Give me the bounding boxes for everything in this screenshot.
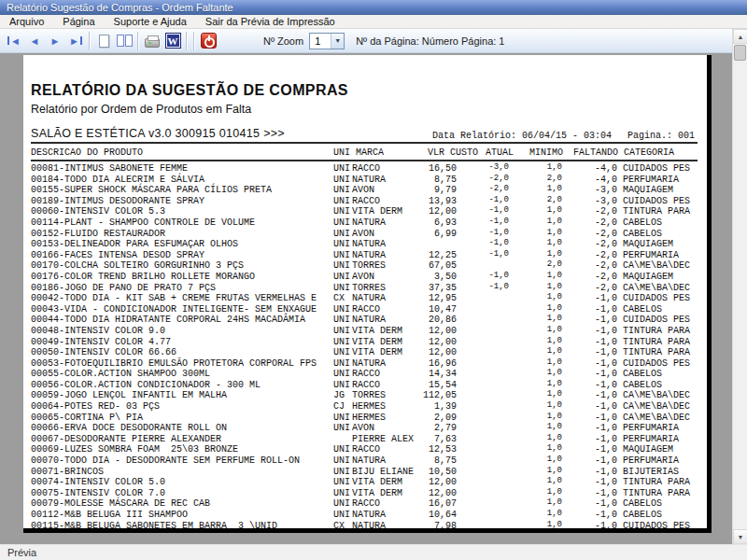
- zoom-label: Nº Zoom: [263, 35, 303, 47]
- table-row: 00053-FOTOEQUILIBRIO EMULSÃO PROTETORA C…: [31, 358, 705, 370]
- divider: [31, 142, 698, 144]
- toolbar-separator: [89, 32, 91, 50]
- menu-item-arquivo[interactable]: Arquivo: [0, 15, 53, 29]
- zoom-value: 1: [310, 35, 331, 47]
- table-row: 00074-INTENSIV COLOR 5.0UNIVITA DERM12,0…: [31, 477, 705, 488]
- table-row: 00044-TODO DIA HIDRATANTE CORPORAL 24HS …: [31, 315, 705, 326]
- table-row: 00056-COLOR.ACTION CONDICIONADOR - 300 M…: [31, 380, 705, 391]
- table-row: 00081-INTIMUS SABONETE FEMMEUNIRACCO16,5…: [31, 163, 705, 175]
- table-row: 00067-DESODORANTE PIERRE ALEXANDERPIERRE…: [31, 434, 705, 445]
- toolbar-separator: [186, 32, 188, 50]
- column-header-faltando: FALTANDO: [563, 147, 618, 158]
- report-page: RELATÓRIO DA SUGESTÃO DE COMPRAS Relatór…: [23, 55, 712, 533]
- column-header-uni-marca: UNI MARCA: [333, 147, 428, 158]
- table-row: 00043-VIDA - CONDICIONADOR INTELIGENTE- …: [31, 304, 705, 315]
- menu-item-suporte[interactable]: Suporte e Ajuda: [105, 15, 196, 29]
- column-header-vlr-custo: VLR CUSTO: [428, 147, 478, 158]
- status-bar: Prévia: [0, 544, 747, 560]
- column-header-descricao: DESCRICAO DO PRODUTO: [31, 147, 333, 158]
- single-page-icon: [99, 35, 109, 48]
- table-row: 00075-INTENSIV COLOR 7.0UNIVITA DERM12,0…: [31, 488, 705, 499]
- menu-item-sair-previa[interactable]: Sair da Prévia de Impressão: [196, 15, 345, 29]
- table-row: 00114-PLANT - SHAMPOO CONTROLE DE VOLUME…: [31, 217, 705, 229]
- table-row: 00186-JOGO DE PANO DE PRATO 7 PÇSUNITORR…: [31, 283, 705, 294]
- first-page-icon: ◄: [7, 35, 21, 47]
- toolbar-separator: [137, 32, 139, 50]
- table-row: 00049-INTENSIV COLOR 4.77UNIVITA DERM12,…: [31, 337, 705, 348]
- table-row: 00112-M&B BELUGA III SHAMPOOUNINATURA10,…: [31, 510, 705, 521]
- window-title: Relatório Sugestão de Compras - Ordem Fa…: [7, 2, 233, 13]
- first-page-button[interactable]: ◄: [4, 32, 24, 50]
- table-row: 00064-POTES RED- 03 PÇSCJHERMES1,391,0-1…: [31, 401, 705, 413]
- table-row: 00048-INTENSIV COLOR 9.0UNIVITA DERM12,0…: [31, 326, 705, 337]
- toolbar: ◄ ◄ ► ► W Nº Zoom 1 ▼: [0, 29, 732, 53]
- table-row: 00055-COLOR.ACTION SHAMPOO 300MLUNIRACCO…: [31, 369, 705, 380]
- status-text: Prévia: [7, 547, 36, 558]
- table-row: 00115-M&B BELUGA SABONETES EM BARRA 3 \U…: [31, 521, 705, 532]
- table-row: 00079-MOLESSE MÁSCARA DE REC CABUNIRACCO…: [31, 498, 705, 510]
- printer-icon: [145, 38, 160, 48]
- vertical-scrollbar[interactable]: ▲ ▼: [732, 29, 747, 544]
- table-row: 00166-FACES INTENSA DESOD SPRAYUNINATURA…: [31, 250, 705, 261]
- close-preview-icon: [201, 33, 217, 49]
- scroll-down-icon[interactable]: ▼: [733, 529, 747, 544]
- scrollbar-thumb[interactable]: [734, 45, 746, 61]
- table-row: 00050-INTENSIV COLOR 66.66UNIVITA DERM12…: [31, 347, 705, 358]
- table-row: 00152-FLUIDO RESTAURADORUNIAVON6,99-1,01…: [31, 229, 705, 240]
- export-word-button[interactable]: W: [162, 32, 183, 50]
- table-row: 00155-SUPER SHOCK MÁSCARA PARA CÍLIOS PR…: [31, 185, 705, 196]
- previous-page-button[interactable]: ◄: [24, 32, 45, 50]
- table-row: 00170-COLCHA SOLTEIRO GORGURINHO 3 PÇSUN…: [31, 260, 705, 272]
- divider: [31, 160, 698, 161]
- chevron-down-icon[interactable]: ▼: [331, 34, 344, 49]
- table-row: 00070-TODO DIA - DESODORANTE SEM PERFUME…: [31, 455, 705, 467]
- table-header-row: DESCRICAO DO PRODUTO UNI MARCA VLR CUSTO…: [31, 147, 705, 158]
- word-icon: W: [165, 33, 181, 49]
- report-date: Data Relatório: 06/04/15 - 03:04: [432, 131, 612, 141]
- title-bar: Relatório Sugestão de Compras - Ordem Fa…: [0, 0, 747, 15]
- menu-bar: Arquivo Página Suporte e Ajuda Sair da P…: [0, 15, 747, 29]
- table-row: 00059-JOGO LENÇOL INFANTIL EM MALHAJGTOR…: [31, 390, 705, 401]
- report-page-number: Pagina.: 001: [627, 131, 695, 141]
- two-page-view-button[interactable]: [114, 32, 134, 50]
- report-title: RELATÓRIO DA SUGESTÃO DE COMPRAS: [31, 82, 348, 99]
- report-subtitle: Relatório por Ordem de Produtos em Falta: [31, 103, 251, 116]
- column-header-atual: ATUAL: [478, 147, 514, 158]
- preview-area: RELATÓRIO DA SUGESTÃO DE COMPRAS Relatór…: [0, 53, 732, 544]
- last-page-button[interactable]: ►: [65, 32, 86, 50]
- table-row: 00189-INTIMUS DESODORANTE SPRAYUNIRACCO1…: [31, 196, 705, 207]
- table-row: 00153-DELINEADOR PARA ESFUMAÇAR OLHOSUNI…: [31, 239, 705, 250]
- last-page-icon: ►: [69, 35, 82, 47]
- table-row: 00066-ERVA DOCE DESODORANTE ROLL ONUNIAV…: [31, 423, 705, 434]
- next-page-button[interactable]: ►: [45, 32, 65, 50]
- single-page-view-button[interactable]: [93, 32, 114, 50]
- report-table-body: 00081-INTIMUS SABONETE FEMMEUNIRACCO16,5…: [31, 163, 705, 531]
- report-system-line: SALÃO E ESTÉTICA v3.0 300915 010415 >>>: [31, 127, 285, 140]
- table-row: 00060-INTENSIV COLOR 5.3UNIVITA DERM12,0…: [31, 206, 705, 217]
- table-row: 00069-LUZES SOMBRA FOAM 25\03 BRONZEUNIR…: [31, 444, 705, 455]
- page-info-label: Nº da Página: Número Página: 1: [356, 35, 504, 47]
- toolbar-separator: [193, 32, 195, 50]
- close-preview-button[interactable]: [198, 32, 218, 50]
- table-row: 00071-BRINCOSUNIBIJU ELIANE10,501,0-1,0B…: [31, 467, 705, 478]
- scroll-up-icon[interactable]: ▲: [733, 29, 747, 44]
- table-row: 00176-COLOR TREND BRILHO ROLLETE MORANGO…: [31, 272, 705, 283]
- table-row: 00042-TODO DIA - KIT SAB + CREME FRUTAS …: [31, 293, 705, 304]
- app-window: Relatório Sugestão de Compras - Ordem Fa…: [0, 0, 747, 560]
- report-date-line: Data Relatório: 06/04/15 - 03:04 Pagina.…: [432, 131, 695, 141]
- previous-page-icon: ◄: [30, 35, 40, 47]
- table-row: 00065-CORTINA P\ PIAUNIHERMES2,091,0-1,0…: [31, 413, 705, 424]
- column-header-minimo: MINIMO: [514, 147, 563, 158]
- column-header-categoria: CATEGORIA: [618, 147, 674, 158]
- menu-item-pagina[interactable]: Página: [53, 15, 104, 29]
- two-page-icon: [117, 35, 133, 47]
- next-page-icon: ►: [50, 35, 61, 47]
- table-row: 00184-TODO DIA ALECRIM E SÁLVIAUNINATURA…: [31, 175, 705, 186]
- print-button[interactable]: [142, 32, 162, 50]
- zoom-select[interactable]: 1 ▼: [309, 33, 345, 49]
